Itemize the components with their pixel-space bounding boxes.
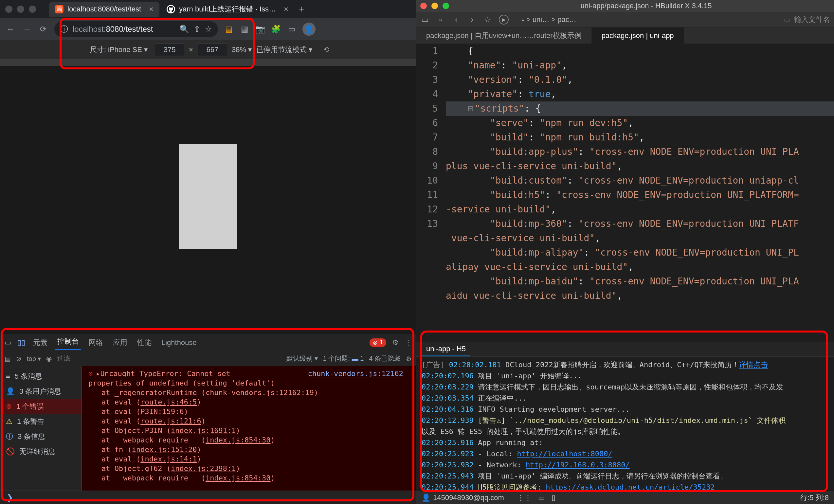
browser-tab-2[interactable]: yarn build上线运行报错 · Iss… × [161,2,294,17]
sidebar-user-messages[interactable]: 👤3 条用户消息 [0,384,82,399]
sidebar-warnings[interactable]: ⚠1 条警告 [0,414,82,429]
settings-icon[interactable]: ⚙ [392,338,399,347]
error-count-badge[interactable]: ⊗ 1 [370,338,386,347]
save-icon[interactable]: ▫ [436,15,445,24]
new-tab-button[interactable]: + [299,4,305,15]
device-viewport [0,60,416,334]
sidebar-toggle-icon[interactable]: ▤ [5,355,11,363]
console-prompt[interactable]: ❯ [0,490,416,504]
status-icon[interactable]: ▭ [538,494,545,502]
inspect-icon[interactable]: ▭ [5,338,12,347]
window-controls [420,3,449,9]
tab-title: yarn build上线运行报错 · Iss… [179,4,276,14]
hbuilder-titlebar: uni-app/package.json - HBuilder X 3.4.15 [416,0,834,12]
editor-tabs: package.json | 自用uview+un……router模板示例 pa… [416,27,834,44]
zoom-select[interactable]: 38% ▾ [232,45,252,54]
back-icon[interactable]: ‹ [452,15,461,24]
url-path: 8080/test/test [106,25,153,34]
profile-avatar[interactable]: 👤 [303,23,315,36]
cursor-position[interactable]: 行:5 列:8 [800,493,829,503]
extension-rss-icon[interactable]: ▤ [224,24,234,34]
tab-performance[interactable]: 性能 [135,336,154,349]
rotate-icon[interactable]: ⟲ [323,45,329,54]
zoom-icon[interactable]: 🔍 [179,25,189,34]
reading-list-icon[interactable]: ▭ [287,24,297,34]
back-button[interactable]: ← [5,24,16,35]
status-icon[interactable]: ▯ [551,494,555,502]
context-select[interactable]: top ▾ [27,355,41,363]
editor-tab-2[interactable]: package.json | uni-app [592,27,684,44]
dimension-separator: × [189,45,193,54]
height-input[interactable] [198,44,227,56]
devtools-panel: ▭ ▯▯ 元素 控制台 网络 应用 性能 Lighthouse ⊗ 1 ⚙ ⋮ … [0,334,416,504]
forward-icon[interactable]: › [467,15,477,24]
maximize-window-icon[interactable] [442,3,449,9]
close-window-icon[interactable] [5,5,13,13]
close-tab-icon[interactable]: × [284,5,288,14]
error-source-link[interactable]: chunk-vendors.js:12162 [308,370,410,378]
extensions-button[interactable]: 🧩 [271,24,281,34]
level-select[interactable]: 默认级别 ▾ [286,354,318,363]
tab-elements[interactable]: 元素 [31,336,49,349]
tab-lighthouse[interactable]: Lighthouse [159,337,199,348]
sidebar-errors[interactable]: ⊗1 个错误 [0,399,82,414]
star-icon[interactable]: ☆ [483,15,492,24]
rendered-page[interactable] [179,144,237,249]
minimize-window-icon[interactable] [432,3,438,9]
extension-icon[interactable]: ▦ [240,24,249,34]
tab-application[interactable]: 应用 [111,336,129,349]
console-output[interactable]: ▸Uncaught TypeError: Cannot setchunk-ven… [82,366,416,490]
search-icon: ▭ [784,15,791,24]
site-info-icon[interactable]: ⓘ [60,24,68,35]
filter-input[interactable] [57,355,123,362]
hbuilder-toolbar: ▭ ▫ ‹ › ☆ ▶ ▫ > uni… > pac… ▭ 输入文件名 [416,12,834,27]
favicon-icon: 局 [55,5,64,14]
run-button[interactable]: ▶ [499,15,509,25]
browser-toolbar: ← → ⟳ ⓘ localhost:8080/test/test 🔍 ⇧ ☆ ▤… [0,18,416,40]
more-icon[interactable]: ⋮ [404,338,412,347]
reload-button[interactable]: ⟳ [38,24,48,35]
width-input[interactable] [155,44,184,56]
issues-label[interactable]: 1 个问题: ▬ 1 [323,354,364,363]
console-sidebar: ≡5 条消息 👤3 条用户消息 ⊗1 个错误 ⚠1 条警告 ⓘ3 条信息 🚫无详… [0,366,82,490]
browser-tab-1[interactable]: 局 localhost:8080/test/test × [49,2,159,17]
window-title: uni-app/package.json - HBuilder X 3.4.15 [462,2,830,10]
editor-tab-1[interactable]: package.json | 自用uview+un……router模板示例 [416,27,592,44]
minimize-window-icon[interactable] [17,5,24,13]
url-origin: localhost: [73,25,106,34]
status-bar: 👤 1450948930@qq.com ⋮⋮ ▭ ▯ 行:5 列:8 [416,491,834,504]
maximize-window-icon[interactable] [29,5,36,13]
address-bar[interactable]: ⓘ localhost:8080/test/test 🔍 ⇧ ☆ [54,21,218,37]
user-icon: 👤 [422,494,431,502]
file-search[interactable]: ▭ 输入文件名 [784,15,830,25]
bookmark-icon[interactable]: ☆ [205,25,212,34]
close-window-icon[interactable] [420,3,427,9]
clear-console-icon[interactable]: ⊘ [16,355,22,363]
devtools-tabs: ▭ ▯▯ 元素 控制台 网络 应用 性能 Lighthouse ⊗ 1 ⚙ ⋮ [0,334,416,351]
browser-tab-bar: 局 localhost:8080/test/test × yarn build上… [0,0,416,18]
extension-camera-icon[interactable]: 📷 [255,24,265,34]
eye-icon[interactable]: ◉ [46,355,52,363]
share-icon[interactable]: ⇧ [194,25,200,34]
throttle-select[interactable]: 已停用节流模式 ▾ [256,45,312,54]
hidden-count[interactable]: 4 条已隐藏 [369,354,401,363]
console-tab-h5[interactable]: uni-app - H5 [422,342,470,356]
new-file-icon[interactable]: ▭ [420,15,430,24]
forward-button[interactable]: → [22,24,32,35]
settings-icon[interactable]: ⚙ [406,355,412,363]
user-email[interactable]: 1450948930@qq.com [433,494,504,502]
sidebar-info[interactable]: ⓘ3 条信息 [0,429,82,444]
github-icon [167,5,175,14]
build-console[interactable]: [广告] 02:20:02.101 DCloud 2022新春招聘开启，欢迎前端… [416,357,834,491]
tab-network[interactable]: 网络 [87,336,105,349]
sidebar-verbose[interactable]: 🚫无详细消息 [0,444,82,459]
code-editor[interactable]: 12345678910111213 { "name": "uni-app", "… [416,44,834,342]
console-tabs: uni-app - H5 [416,342,834,357]
device-mode-icon[interactable]: ▯▯ [17,338,25,347]
breadcrumb[interactable]: ▫ > uni… > pac… [522,15,576,24]
device-select[interactable]: 尺寸: iPhone SE ▾ [87,44,150,56]
tab-console[interactable]: 控制台 [55,335,81,350]
sidebar-messages[interactable]: ≡5 条消息 [0,369,82,384]
status-icon[interactable]: ⋮⋮ [517,494,531,502]
close-tab-icon[interactable]: × [149,5,154,14]
